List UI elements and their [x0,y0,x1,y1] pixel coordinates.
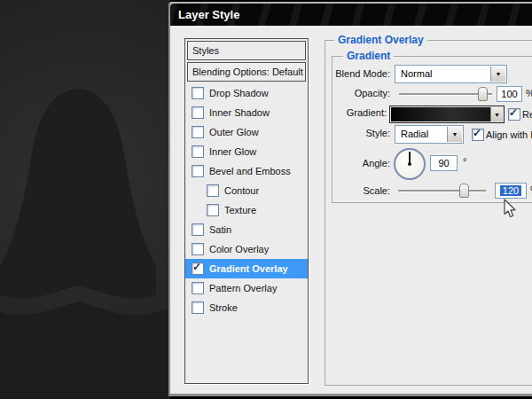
checkbox-unchecked-icon[interactable] [207,204,219,216]
style-item-gradient-overlay-selected[interactable]: ✓ Gradient Overlay [185,259,308,278]
style-value: Radial [401,129,428,139]
style-item-pattern-overlay[interactable]: Pattern Overlay [185,278,308,298]
screen: Layer Style Styles Blending Options: Def… [0,0,532,399]
styles-header[interactable]: Styles [187,41,306,60]
opacity-input[interactable]: 100 [497,86,522,102]
chevron-down-icon[interactable]: ▼ [447,127,462,142]
style-item-label: Stroke [209,302,238,313]
checkbox-unchecked-icon[interactable] [192,282,204,294]
chevron-down-icon[interactable]: ▼ [490,66,505,82]
style-item-label: Bevel and Emboss [209,166,291,176]
check-icon: ✓ [473,127,481,139]
style-item-contour[interactable]: Contour [185,181,308,200]
dialog-title: Layer Style [178,8,239,21]
group-title: Gradient [343,50,394,62]
style-item-satin[interactable]: Satin [185,220,308,239]
style-label: Style: [306,128,390,138]
checkbox-unchecked-icon[interactable] [192,106,204,119]
checkbox-unchecked-icon[interactable] [207,184,219,197]
style-item-inner-shadow[interactable]: Inner Shadow [185,103,308,122]
style-item-label: Outer Glow [209,127,259,137]
angle-dial[interactable] [394,148,426,180]
gradient-label: Gradient: [302,107,387,118]
angle-unit: ° [463,156,466,167]
document-canvas [0,0,170,399]
styles-items: Drop Shadow Inner Shadow Outer Glow Inne… [185,83,308,317]
style-item-label: Pattern Overlay [209,283,277,293]
checkbox-unchecked-icon[interactable] [192,87,204,99]
checkbox-unchecked-icon[interactable] [192,165,204,177]
checkbox-unchecked-icon[interactable] [192,301,204,314]
style-item-bevel-emboss[interactable]: Bevel and Emboss [185,161,308,181]
scale-input[interactable]: 120 [495,183,527,199]
style-item-drop-shadow[interactable]: Drop Shadow [185,83,308,103]
blend-mode-value: Normal [401,68,432,79]
gradient-swatch[interactable]: ▼ [389,106,505,123]
checkbox-unchecked-icon[interactable] [192,243,204,255]
opacity-slider-thumb[interactable] [478,87,488,101]
style-item-inner-glow[interactable]: Inner Glow [185,142,308,161]
style-item-label: Drop Shadow [209,88,269,98]
checkbox-unchecked-icon[interactable] [192,223,204,236]
style-item-outer-glow[interactable]: Outer Glow [185,122,308,142]
style-item-label: Satin [209,224,231,235]
layer-style-dialog: Layer Style Styles Blending Options: Def… [168,2,532,396]
reverse-label: Reverse [522,109,532,120]
scale-value-selected: 120 [500,185,521,196]
scale-slider-track[interactable] [398,190,486,192]
checkbox-unchecked-icon[interactable] [192,126,204,138]
style-item-label: Color Overlay [209,244,269,254]
blending-options-item[interactable]: Blending Options: Default [187,62,306,82]
style-item-label: Inner Glow [209,146,256,157]
check-icon: ✓ [509,106,518,119]
angle-input[interactable]: 90 [430,155,458,171]
angle-value: 90 [438,158,449,168]
style-item-label: Contour [224,185,259,196]
reverse-checkbox[interactable]: ✓ [508,108,520,121]
scale-slider-thumb[interactable] [459,184,469,198]
style-dropdown[interactable]: Radial ▼ [395,125,464,144]
angle-center-dot-icon [408,162,411,166]
styles-listbox: Styles Blending Options: Default Drop Sh… [184,38,309,384]
checkbox-unchecked-icon[interactable] [192,145,204,158]
opacity-unit: % [526,88,532,98]
angle-label: Angle: [306,158,390,168]
dialog-body: Styles Blending Options: Default Drop Sh… [170,26,532,391]
align-with-layer-checkbox[interactable]: ✓ [472,129,484,141]
opacity-label: Opacity: [306,88,390,98]
style-item-label: Inner Shadow [209,107,270,118]
style-item-stroke[interactable]: Stroke [185,298,308,317]
panel-title: Gradient Overlay [334,34,427,46]
dialog-titlebar[interactable]: Layer Style [170,4,532,26]
canvas-shape [0,0,170,399]
opacity-value: 100 [501,89,517,99]
check-icon: ✓ [192,261,201,273]
style-item-label: Texture [224,205,256,215]
style-item-color-overlay[interactable]: Color Overlay [185,239,308,259]
align-with-layer-label: Align with Layer [486,129,532,140]
scale-label: Scale: [306,185,390,196]
style-item-label: Gradient Overlay [209,263,288,274]
checkbox-checked-icon[interactable]: ✓ [192,262,204,275]
style-item-texture[interactable]: Texture [185,200,308,220]
blend-mode-label: Blend Mode: [306,68,390,79]
blend-mode-dropdown[interactable]: Normal ▼ [395,65,507,83]
chevron-down-icon[interactable]: ▼ [490,107,503,121]
